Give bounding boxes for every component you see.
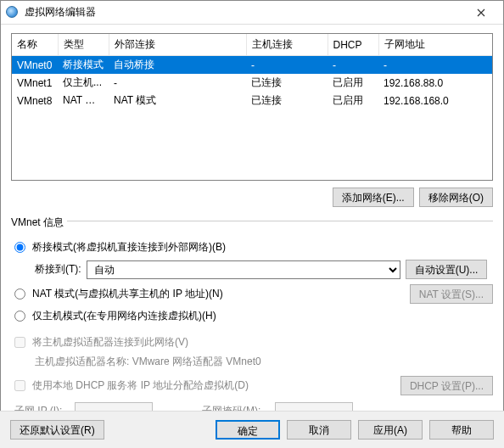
cell-ext: NAT 模式 — [109, 92, 246, 109]
cell-subnet: 192.168.168.0 — [378, 92, 492, 109]
table-buttons: 添加网络(E)... 移除网络(O) — [11, 188, 493, 207]
radio-bridge-label: 桥接模式(将虚拟机直接连接到外部网络)(B) — [32, 240, 226, 255]
app-globe-icon — [6, 6, 20, 20]
check-hostadapter-row: 将主机虚拟适配器连接到此网络(V) — [14, 335, 493, 350]
network-table[interactable]: 名称 类型 外部连接 主机连接 DHCP 子网地址 VMnet0桥接模式自动桥接… — [11, 33, 493, 181]
cell-host: 已连接 — [246, 92, 328, 109]
cell-host: 已连接 — [246, 74, 328, 92]
check-dhcp-row: 使用本地 DHCP 服务将 IP 地址分配给虚拟机(D) DHCP 设置(P).… — [14, 376, 493, 395]
bridge-to-select[interactable]: 自动 — [87, 260, 400, 279]
cell-type: 仅主机... — [58, 74, 109, 92]
table-header-row: 名称 类型 外部连接 主机连接 DHCP 子网地址 — [12, 34, 492, 56]
radio-bridge-row: 桥接模式(将虚拟机直接连接到外部网络)(B) — [14, 240, 493, 255]
cell-dhcp: - — [328, 56, 378, 75]
dialog-content: 名称 类型 外部连接 主机连接 DHCP 子网地址 VMnet0桥接模式自动桥接… — [1, 25, 503, 426]
add-network-button[interactable]: 添加网络(E)... — [333, 188, 414, 207]
col-ext[interactable]: 外部连接 — [109, 34, 246, 56]
col-name[interactable]: 名称 — [12, 34, 58, 56]
window-title: 虚拟网络编辑器 — [25, 5, 464, 20]
cell-ext: - — [109, 74, 246, 92]
cancel-button[interactable]: 取消 — [287, 420, 351, 440]
title-bar: 虚拟网络编辑器 — [1, 1, 503, 25]
col-host[interactable]: 主机连接 — [246, 34, 328, 56]
check-hostadapter-label: 将主机虚拟适配器连接到此网络(V) — [32, 335, 188, 350]
bridge-to-row: 桥接到(T): 自动 自动设置(U)... — [35, 260, 493, 279]
auto-setup-button[interactable]: 自动设置(U)... — [406, 260, 488, 279]
radio-nat[interactable] — [14, 288, 25, 300]
bottom-button-bar: 还原默认设置(R) 确定 取消 应用(A) 帮助 — [0, 411, 504, 448]
cell-name: VMnet8 — [12, 92, 58, 109]
apply-button[interactable]: 应用(A) — [358, 420, 423, 440]
restore-defaults-button[interactable]: 还原默认设置(R) — [10, 420, 104, 440]
cell-name: VMnet0 — [12, 56, 58, 75]
table-row[interactable]: VMnet8NAT 模式NAT 模式已连接已启用192.168.168.0 — [12, 92, 492, 109]
table-row[interactable]: VMnet1仅主机...-已连接已启用192.168.88.0 — [12, 74, 492, 92]
nat-setup-button: NAT 设置(S)... — [410, 284, 493, 304]
vmnet-info-group-label: VMnet 信息 — [11, 207, 493, 235]
ok-button[interactable]: 确定 — [216, 420, 280, 440]
check-dhcp-label: 使用本地 DHCP 服务将 IP 地址分配给虚拟机(D) — [32, 378, 249, 393]
cell-type: NAT 模式 — [58, 92, 109, 109]
radio-nat-row: NAT 模式(与虚拟机共享主机的 IP 地址)(N) NAT 设置(S)... — [14, 284, 493, 304]
radio-hostonly-label: 仅主机模式(在专用网络内连接虚拟机)(H) — [32, 309, 216, 323]
cell-type: 桥接模式 — [58, 56, 109, 75]
check-hostadapter — [14, 337, 25, 348]
cell-ext: 自动桥接 — [109, 56, 246, 75]
close-button[interactable] — [464, 1, 498, 25]
vmnet-info-title: VMnet 信息 — [11, 216, 64, 230]
radio-nat-label: NAT 模式(与虚拟机共享主机的 IP 地址)(N) — [32, 287, 223, 301]
col-type[interactable]: 类型 — [58, 34, 109, 56]
radio-hostonly[interactable] — [14, 311, 25, 322]
dhcp-setup-button: DHCP 设置(P)... — [400, 376, 493, 395]
hostadapter-name-label: 主机虚拟适配器名称: VMware 网络适配器 VMnet0 — [35, 355, 493, 369]
table-row[interactable]: VMnet0桥接模式自动桥接--- — [12, 56, 492, 75]
remove-network-button[interactable]: 移除网络(O) — [419, 188, 493, 207]
radio-hostonly-row: 仅主机模式(在专用网络内连接虚拟机)(H) — [14, 309, 493, 323]
cell-dhcp: 已启用 — [328, 74, 378, 92]
cell-subnet: 192.168.88.0 — [378, 74, 492, 92]
radio-bridge[interactable] — [14, 242, 25, 253]
cell-dhcp: 已启用 — [328, 92, 378, 109]
col-dhcp[interactable]: DHCP — [328, 34, 378, 56]
bridge-to-label: 桥接到(T): — [35, 262, 81, 277]
cell-name: VMnet1 — [12, 74, 58, 92]
help-button[interactable]: 帮助 — [429, 420, 494, 440]
col-subnet[interactable]: 子网地址 — [378, 34, 492, 56]
check-dhcp — [14, 380, 25, 391]
cell-subnet: - — [378, 56, 492, 75]
close-icon — [477, 8, 485, 17]
cell-host: - — [246, 56, 328, 75]
